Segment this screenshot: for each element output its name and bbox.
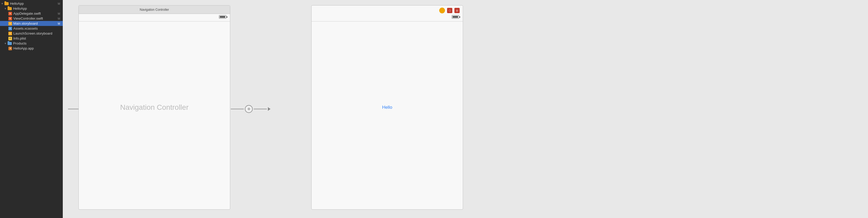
sidebar-item-main-storyboard[interactable]: S Main.storyboard M xyxy=(0,21,63,26)
toolbar-red-cube-icon[interactable]: ⬡ xyxy=(447,8,452,13)
main-storyboard-badge: M xyxy=(58,22,62,25)
nav-controller-center-label: Navigation Controller xyxy=(120,103,188,112)
project-icon xyxy=(4,2,9,5)
segue-circle[interactable]: ⚙ xyxy=(245,105,253,113)
cube-glyph: ⬡ xyxy=(448,9,451,12)
segue-right-line xyxy=(254,109,267,109)
project-label: HelloApp xyxy=(10,2,58,5)
sidebar-item-appdelegate[interactable]: S AppDelegate.swift M xyxy=(0,11,63,16)
battery-icon-nav xyxy=(219,15,226,19)
helloapp-folder-icon xyxy=(8,7,12,10)
segue-arrow-head xyxy=(268,107,271,111)
segue-icon: ⚙ xyxy=(247,107,250,111)
products-group-label: Products xyxy=(13,42,62,45)
helloapp-app-label: HelloApp.app xyxy=(13,46,60,50)
vc-toolbar: ⬡ ⊟ xyxy=(439,8,460,13)
square-glyph: ⊟ xyxy=(456,9,458,12)
nav-bar-divider xyxy=(79,21,230,22)
storyboard-icon-main: S xyxy=(8,22,12,25)
swift-icon-appdelegate: S xyxy=(8,12,12,16)
hello-label[interactable]: Hello xyxy=(382,105,393,110)
chevron-down-icon-2: ▼ xyxy=(4,7,6,10)
sidebar-item-helloapp-app[interactable]: ★ HelloApp.app xyxy=(0,46,63,51)
segue-connector: ⚙ xyxy=(231,105,271,113)
segue-left-line xyxy=(231,109,244,109)
sidebar: ▼ HelloApp M ▼ HelloApp S AppDelegate.sw… xyxy=(0,0,63,218)
sidebar-item-assets[interactable]: A Assets.xcassets xyxy=(0,26,63,31)
vc-frame[interactable]: ⬡ ⊟ Hello xyxy=(311,5,463,210)
canvas-area[interactable]: Navigation Controller Navigation Control… xyxy=(63,0,868,218)
entry-arrow-line xyxy=(68,109,79,109)
sidebar-item-helloapp-group[interactable]: ▼ HelloApp xyxy=(0,6,63,11)
plist-icon: P xyxy=(8,37,12,40)
sidebar-item-project[interactable]: ▼ HelloApp M xyxy=(0,1,63,6)
vc-status-bar xyxy=(452,15,459,20)
appdelegate-badge: M xyxy=(58,12,62,15)
products-folder-icon xyxy=(8,42,12,45)
toolbar-red-square-icon[interactable]: ⊟ xyxy=(455,8,460,13)
sidebar-item-products-group[interactable]: ▼ Products xyxy=(0,41,63,46)
launchscreen-label: LaunchScreen.storyboard xyxy=(13,31,60,35)
battery-fill-vc xyxy=(453,16,458,18)
nav-controller-title: Navigation Controller xyxy=(140,8,169,11)
infoplist-label: Info.plist xyxy=(13,36,60,40)
app-icon: ★ xyxy=(8,47,12,50)
battery-fill-nav xyxy=(220,16,225,18)
appdelegate-label: AppDelegate.swift xyxy=(13,11,58,16)
helloapp-group-label: HelloApp xyxy=(13,6,62,10)
nav-controller-frame[interactable]: Navigation Controller Navigation Control… xyxy=(79,5,230,210)
chevron-down-icon-products: ▼ xyxy=(4,42,6,45)
project-badge: M xyxy=(58,2,62,5)
sidebar-item-infoplist[interactable]: P Info.plist xyxy=(0,36,63,41)
chevron-down-icon: ▼ xyxy=(1,2,3,5)
battery-icon-vc xyxy=(452,15,459,19)
nav-controller-title-bar: Navigation Controller xyxy=(79,5,230,14)
nav-controller-scene: Navigation Controller Navigation Control… xyxy=(79,5,230,210)
nav-status-bar xyxy=(219,15,226,20)
toolbar-yellow-circle-icon[interactable] xyxy=(439,8,445,13)
main-storyboard-label: Main.storyboard xyxy=(13,22,58,25)
sidebar-item-viewcontroller[interactable]: S ViewController.swift M xyxy=(0,16,63,21)
vc-nav-divider xyxy=(312,21,463,22)
xcassets-icon: A xyxy=(8,27,12,30)
storyboard-icon-launch: S xyxy=(8,32,12,35)
viewcontroller-label: ViewController.swift xyxy=(13,17,58,21)
view-controller-scene: ⬡ ⊟ Hello xyxy=(311,5,463,210)
swift-icon-viewcontroller: S xyxy=(8,17,12,21)
sidebar-item-launchscreen[interactable]: S LaunchScreen.storyboard xyxy=(0,31,63,36)
viewcontroller-badge: M xyxy=(58,17,62,20)
assets-label: Assets.xcassets xyxy=(13,26,60,30)
